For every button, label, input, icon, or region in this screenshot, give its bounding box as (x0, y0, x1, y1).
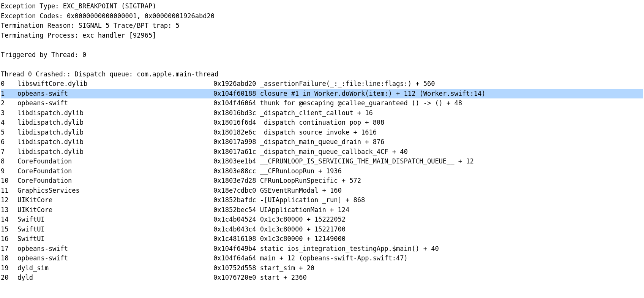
frame-location: 0x18017a61c _dispatch_main_queue_callbac… (213, 147, 643, 157)
frame-location: 0x1852bec54 UIApplicationMain + 124 (213, 205, 643, 215)
frame-location: 0x1c4b043c4 0x1c3c80000 + 15221700 (213, 225, 643, 235)
stack-frame-row[interactable]: 12UIKitCore0x1852bafdc -[UIApplication _… (1, 195, 643, 205)
frame-index: 19 (1, 263, 17, 273)
frame-index: 17 (1, 244, 17, 254)
frame-module: CoreFoundation (17, 157, 213, 166)
frame-index: 6 (1, 137, 17, 147)
frame-module: libdispatch.dylib (17, 108, 213, 118)
stack-frame-row[interactable]: 8CoreFoundation0x1803ee1b4 __CFRUNLOOP_I… (1, 157, 643, 166)
stack-frame-row[interactable]: 9CoreFoundation0x1803e88cc __CFRunLoopRu… (1, 166, 643, 176)
stack-frame-row[interactable]: 17opbeans-swift0x104f649b4 static ios_in… (1, 244, 643, 254)
frame-module: SwiftUI (17, 234, 213, 244)
frame-index: 10 (1, 176, 17, 186)
blank-line (1, 60, 643, 70)
frame-index: 4 (1, 118, 17, 128)
stack-frame-row[interactable]: 2opbeans-swift0x104f46064 thunk for @esc… (1, 98, 643, 108)
frame-module: libdispatch.dylib (17, 128, 213, 138)
frame-index: 12 (1, 195, 17, 205)
termination-reason-line: Termination Reason: SIGNAL 5 Trace/BPT t… (1, 21, 643, 31)
frame-location: 0x104f60188 closure #1 in Worker.doWork(… (213, 89, 643, 99)
frame-location: 0x18016f6d4 _dispatch_continuation_pop +… (213, 118, 643, 128)
frame-index: 15 (1, 225, 17, 235)
stack-frame-row[interactable]: 20dyld0x1076720e0 start + 2360 (1, 273, 643, 283)
stack-frame-row[interactable]: 11GraphicsServices0x18e7cdbc0 GSEventRun… (1, 186, 643, 196)
frame-location: 0x180182e6c _dispatch_source_invoke + 16… (213, 128, 643, 138)
frame-location: 0x1926abd20 _assertionFailure(_:_:file:l… (213, 79, 643, 89)
frame-location: 0x1803e88cc __CFRunLoopRun + 1936 (213, 166, 643, 176)
frame-location: 0x1803e7d28 CFRunLoopRunSpecific + 572 (213, 176, 643, 186)
stack-frame-row[interactable]: 5libdispatch.dylib0x180182e6c _dispatch_… (1, 128, 643, 138)
exception-type-line: Exception Type: EXC_BREAKPOINT (SIGTRAP) (1, 2, 643, 11)
frame-index: 11 (1, 186, 17, 196)
frame-location: 0x1c4b04524 0x1c3c80000 + 15222052 (213, 215, 643, 225)
stack-frame-row[interactable]: 10CoreFoundation0x1803e7d28 CFRunLoopRun… (1, 176, 643, 186)
frame-index: 0 (1, 79, 17, 89)
frame-index: 9 (1, 166, 17, 176)
stack-frame-row[interactable]: 19dyld_sim0x10752d558 start_sim + 20 (1, 263, 643, 273)
stack-frame-row[interactable]: 14SwiftUI0x1c4b04524 0x1c3c80000 + 15222… (1, 215, 643, 225)
stack-frame-row[interactable]: 13UIKitCore0x1852bec54 UIApplicationMain… (1, 205, 643, 215)
stack-frame-row[interactable]: 1opbeans-swift0x104f60188 closure #1 in … (1, 89, 643, 99)
frame-index: 3 (1, 108, 17, 118)
frame-module: GraphicsServices (17, 186, 213, 196)
stack-frame-row[interactable]: 7libdispatch.dylib0x18017a61c _dispatch_… (1, 147, 643, 157)
terminating-process-line: Terminating Process: exc handler [92965] (1, 31, 643, 41)
stack-frame-row[interactable]: 18opbeans-swift0x104f64a64 main + 12 (op… (1, 254, 643, 263)
frame-index: 1 (1, 89, 17, 99)
frame-module: libdispatch.dylib (17, 147, 213, 157)
thread-title-line: Thread 0 Crashed:: Dispatch queue: com.a… (1, 70, 643, 79)
frame-module: opbeans-swift (17, 244, 213, 254)
frame-location: 0x1076720e0 start + 2360 (213, 273, 643, 283)
exception-codes-line: Exception Codes: 0x0000000000000001, 0x0… (1, 11, 643, 21)
frame-index: 2 (1, 98, 17, 108)
frame-module: libdispatch.dylib (17, 137, 213, 147)
frame-module: SwiftUI (17, 225, 213, 235)
frame-location: 0x18017a998 _dispatch_main_queue_drain +… (213, 137, 643, 147)
stack-frame-row[interactable]: 3libdispatch.dylib0x18016bd3c _dispatch_… (1, 108, 643, 118)
frame-index: 8 (1, 157, 17, 166)
frame-location: 0x18e7cdbc0 GSEventRunModal + 160 (213, 186, 643, 196)
frame-module: dyld (17, 273, 213, 283)
frame-module: CoreFoundation (17, 166, 213, 176)
blank-line (1, 40, 643, 50)
stack-frame-row[interactable]: 15SwiftUI0x1c4b043c4 0x1c3c80000 + 15221… (1, 225, 643, 235)
frame-location: 0x1803ee1b4 __CFRUNLOOP_IS_SERVICING_THE… (213, 157, 643, 166)
frame-module: UIKitCore (17, 205, 213, 215)
stack-frame-row[interactable]: 6libdispatch.dylib0x18017a998 _dispatch_… (1, 137, 643, 147)
frame-location: 0x1c4816108 0x1c3c80000 + 12149000 (213, 234, 643, 244)
frame-index: 16 (1, 234, 17, 244)
frame-module: UIKitCore (17, 195, 213, 205)
triggered-line: Triggered by Thread: 0 (1, 50, 643, 60)
frame-location: 0x1852bafdc -[UIApplication _run] + 868 (213, 195, 643, 205)
frame-index: 14 (1, 215, 17, 225)
frame-index: 18 (1, 254, 17, 263)
stack-frame-row[interactable]: 16SwiftUI0x1c4816108 0x1c3c80000 + 12149… (1, 234, 643, 244)
frame-module: libdispatch.dylib (17, 118, 213, 128)
frame-location: 0x104f64a64 main + 12 (opbeans-swift-App… (213, 254, 643, 263)
frame-location: 0x10752d558 start_sim + 20 (213, 263, 643, 273)
stack-frame-row[interactable]: 4libdispatch.dylib0x18016f6d4 _dispatch_… (1, 118, 643, 128)
stack-frame-row[interactable]: 0libswiftCore.dylib0x1926abd20 _assertio… (1, 79, 643, 89)
frame-location: 0x104f46064 thunk for @escaping @callee_… (213, 98, 643, 108)
frame-location: 0x18016bd3c _dispatch_client_callout + 1… (213, 108, 643, 118)
frame-module: SwiftUI (17, 215, 213, 225)
frame-module: opbeans-swift (17, 98, 213, 108)
frame-index: 7 (1, 147, 17, 157)
frame-module: dyld_sim (17, 263, 213, 273)
frame-index: 5 (1, 128, 17, 138)
frame-index: 20 (1, 273, 17, 283)
frame-location: 0x104f649b4 static ios_integration_testi… (213, 244, 643, 254)
frame-index: 13 (1, 205, 17, 215)
frame-module: libswiftCore.dylib (17, 79, 213, 89)
frame-module: opbeans-swift (17, 254, 213, 263)
frame-module: CoreFoundation (17, 176, 213, 186)
frame-module: opbeans-swift (17, 89, 213, 99)
